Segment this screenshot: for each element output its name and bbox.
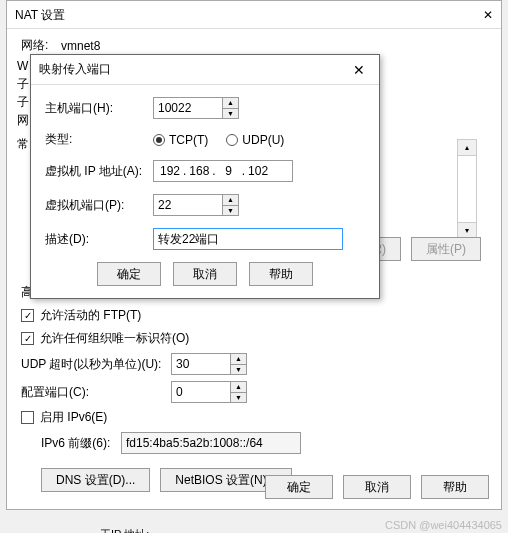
- description-input[interactable]: [153, 228, 343, 250]
- vm-ip-label: 虚拟机 IP 地址(A):: [45, 163, 153, 180]
- ip-octet-1[interactable]: [158, 163, 182, 179]
- advanced-section: 高级 允许活动的 FTP(T) 允许任何组织唯一标识符(O) UDP 超时(以秒…: [21, 284, 487, 492]
- udp-timeout-label: UDP 超时(以秒为单位)(U):: [21, 356, 171, 373]
- enable-ipv6-checkbox[interactable]: [21, 411, 34, 424]
- spin-down-icon[interactable]: ▼: [231, 393, 246, 403]
- desc-label: 描述(D):: [45, 231, 153, 248]
- help-button[interactable]: 帮助: [421, 475, 489, 499]
- spin-down-icon[interactable]: ▼: [231, 365, 246, 375]
- host-port-spinner[interactable]: ▲▼: [153, 97, 239, 119]
- vm-port-spinner[interactable]: ▲▼: [153, 194, 239, 216]
- ip-octet-2[interactable]: [187, 163, 211, 179]
- allow-ftp-checkbox[interactable]: [21, 309, 34, 322]
- port-mapping-dialog: 映射传入端口 ✕ 主机端口(H): ▲▼ 类型: TCP(T) UDP(U) 虚…: [30, 54, 380, 299]
- type-label: 类型:: [45, 131, 153, 148]
- dialog-ok-button[interactable]: 确定: [97, 262, 161, 286]
- udp-radio[interactable]: UDP(U): [226, 133, 284, 147]
- ok-button[interactable]: 确定: [265, 475, 333, 499]
- udp-timeout-spinner[interactable]: ▲▼: [171, 353, 247, 375]
- dialog-titlebar: 映射传入端口 ✕: [31, 55, 379, 85]
- spin-down-icon[interactable]: ▼: [223, 206, 238, 216]
- config-port-spinner[interactable]: ▲▼: [171, 381, 247, 403]
- spin-up-icon[interactable]: ▲: [223, 195, 238, 206]
- radio-unselected-icon: [226, 134, 238, 146]
- spin-up-icon[interactable]: ▲: [231, 354, 246, 365]
- dialog-cancel-button[interactable]: 取消: [173, 262, 237, 286]
- enable-ipv6-label: 启用 IPv6(E): [40, 409, 107, 426]
- udp-timeout-input[interactable]: [171, 353, 231, 375]
- main-title: NAT 设置: [15, 1, 65, 28]
- spin-up-icon[interactable]: ▲: [231, 382, 246, 393]
- vm-port-label: 虚拟机端口(P):: [45, 197, 153, 214]
- allow-ftp-label: 允许活动的 FTP(T): [40, 307, 141, 324]
- main-titlebar: NAT 设置 ✕: [7, 1, 501, 29]
- allow-oui-checkbox[interactable]: [21, 332, 34, 345]
- ip-octet-4[interactable]: [246, 163, 270, 179]
- port-list-scrollbar[interactable]: ▴ ▾: [457, 139, 477, 239]
- scroll-down-icon[interactable]: ▾: [458, 222, 476, 238]
- watermark: CSDN @wei404434065: [385, 519, 502, 531]
- host-port-input[interactable]: [153, 97, 223, 119]
- config-port-label: 配置端口(C):: [21, 384, 171, 401]
- close-icon[interactable]: ✕: [483, 1, 493, 28]
- vm-ip-input[interactable]: . . .: [153, 160, 293, 182]
- properties-button[interactable]: 属性(P): [411, 237, 481, 261]
- scroll-up-icon[interactable]: ▴: [458, 140, 476, 156]
- host-port-label: 主机端口(H):: [45, 100, 153, 117]
- dialog-title: 映射传入端口: [39, 61, 111, 78]
- vm-port-input[interactable]: [153, 194, 223, 216]
- dns-settings-button[interactable]: DNS 设置(D)...: [41, 468, 150, 492]
- spin-down-icon[interactable]: ▼: [223, 109, 238, 119]
- network-label: 网络:: [21, 37, 61, 54]
- ip-octet-3[interactable]: [217, 163, 241, 179]
- radio-selected-icon: [153, 134, 165, 146]
- spin-up-icon[interactable]: ▲: [223, 98, 238, 109]
- ipv6-prefix-label: IPv6 前缀(6):: [41, 435, 121, 452]
- cancel-button[interactable]: 取消: [343, 475, 411, 499]
- config-port-input[interactable]: [171, 381, 231, 403]
- close-icon[interactable]: ✕: [347, 58, 371, 82]
- left-cut-chars: W 子 子 网 常: [17, 57, 29, 153]
- network-value: vmnet8: [61, 39, 100, 53]
- main-footer: 确定 取消 帮助: [265, 475, 489, 499]
- ipv6-prefix-input[interactable]: [121, 432, 301, 454]
- tcp-radio[interactable]: TCP(T): [153, 133, 208, 147]
- dialog-help-button[interactable]: 帮助: [249, 262, 313, 286]
- truncated-text: 工IP 地址: ……: [100, 527, 174, 533]
- allow-oui-label: 允许任何组织唯一标识符(O): [40, 330, 189, 347]
